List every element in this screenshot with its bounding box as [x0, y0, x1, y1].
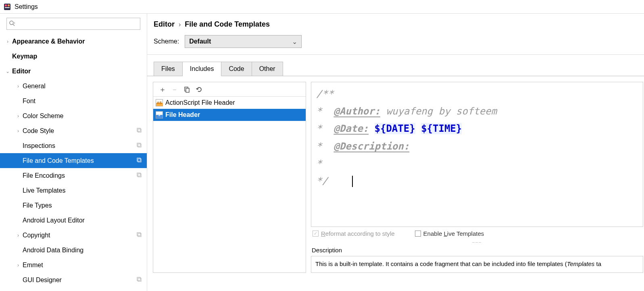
tree-item-label: Editor	[12, 68, 143, 75]
svg-rect-16	[137, 277, 140, 281]
chevron-icon: ›	[15, 113, 21, 119]
editor-options: ✓ Reformat according to style Enable Liv…	[311, 227, 643, 240]
scheme-select[interactable]: Default ⌄	[185, 35, 302, 48]
description-label: Description	[311, 244, 643, 256]
tree-item[interactable]: ›Copyright	[0, 228, 147, 243]
svg-rect-8	[137, 143, 140, 146]
code-text	[369, 123, 374, 134]
code-text: *	[316, 158, 322, 169]
breadcrumb-root[interactable]: Editor	[154, 20, 175, 29]
chevron-icon: ›	[15, 262, 21, 268]
tree-item[interactable]: Inspections	[0, 138, 147, 153]
copy-button[interactable]	[181, 84, 193, 95]
tree-item[interactable]: Keymap	[0, 49, 147, 64]
svg-rect-1	[5, 4, 7, 6]
tree-item-label: Inspections	[23, 142, 135, 150]
chevron-icon: ›	[15, 83, 21, 89]
tree-item[interactable]: Live Templates	[0, 183, 147, 198]
tab-code[interactable]: Code	[221, 62, 252, 76]
file-icon: AS	[156, 99, 163, 106]
svg-line-5	[13, 24, 15, 26]
resize-handle[interactable]: ┄┄┄	[311, 240, 643, 243]
enable-live-templates-checkbox[interactable]: Enable Live Templates	[415, 230, 484, 237]
tree-item-label: Live Templates	[23, 187, 143, 194]
tree-item-label: File and Code Templates	[23, 157, 135, 164]
window-title: Settings	[15, 3, 38, 10]
svg-rect-3	[5, 7, 10, 8]
desc-text-italic: Templates	[567, 260, 595, 267]
tree-item[interactable]: ⌄Editor	[0, 64, 147, 79]
svg-point-4	[10, 21, 13, 25]
chevron-icon: ›	[5, 39, 10, 44]
tab-other[interactable]: Other	[252, 62, 283, 76]
tree-item[interactable]: ›Color Scheme	[0, 108, 147, 123]
tree-item[interactable]: Font	[0, 94, 147, 108]
svg-rect-7	[138, 129, 141, 132]
tree-item-label: Android Layout Editor	[23, 217, 143, 224]
template-list-pane: ＋ － ASActionScript File HeaderJFile Head…	[153, 82, 306, 273]
editor-pane: /** * @Author: wuyafeng by softeem * @Da…	[311, 82, 644, 273]
tree-item-label: Keymap	[12, 53, 143, 60]
titlebar: Settings	[0, 0, 644, 14]
remove-button[interactable]: －	[169, 84, 181, 95]
app-icon	[3, 3, 11, 11]
svg-rect-17	[138, 278, 141, 281]
tree-item[interactable]: ›Emmet	[0, 258, 147, 272]
scope-icon	[135, 157, 143, 164]
svg-rect-14	[137, 233, 140, 236]
reformat-label: Reformat according to style	[321, 230, 395, 237]
code-text: */	[316, 175, 328, 187]
tree-item[interactable]: File Encodings	[0, 168, 147, 183]
chevron-icon: ⌄	[5, 69, 10, 74]
add-button[interactable]: ＋	[156, 84, 169, 95]
scope-icon	[135, 142, 143, 149]
search-icon	[9, 20, 15, 28]
tree-item-label: Android Data Binding	[23, 247, 143, 254]
tree-item-label: File Encodings	[23, 172, 135, 179]
tree-item[interactable]: Android Data Binding	[0, 243, 147, 258]
tree-item[interactable]: ›Code Style	[0, 123, 147, 138]
tree-item[interactable]: Android Layout Editor	[0, 213, 147, 228]
scheme-value: Default	[189, 38, 211, 45]
scope-icon	[135, 127, 143, 134]
desc-text: This is a built-in template. It contains…	[315, 260, 567, 267]
svg-rect-2	[8, 4, 10, 6]
tree-item[interactable]: GUI Designer	[0, 272, 147, 287]
search-input[interactable]	[6, 18, 140, 30]
code-text	[415, 123, 421, 134]
tree-item-label: Emmet	[23, 262, 143, 269]
code-text: *	[316, 123, 333, 134]
template-item-label: File Header	[165, 111, 200, 118]
tab-files[interactable]: Files	[154, 62, 183, 76]
tree-item-label: Appearance & Behavior	[12, 38, 143, 45]
template-item-label: ActionScript File Header	[165, 99, 235, 106]
checkbox-icon	[415, 231, 421, 237]
chevron-icon: ›	[15, 128, 21, 134]
scope-icon	[135, 276, 143, 283]
tree-item-label: General	[23, 83, 143, 90]
tree-item-label: Font	[23, 98, 143, 105]
tree-item[interactable]: ›General	[0, 79, 147, 94]
code-text: /**	[316, 88, 333, 100]
tree-item-label: Color Scheme	[23, 112, 143, 120]
template-list-item[interactable]: JFile Header	[153, 109, 306, 121]
tree-item-label: Code Style	[23, 127, 135, 135]
scope-icon	[135, 232, 143, 239]
settings-sidebar: ›Appearance & BehaviorKeymap⌄Editor›Gene…	[0, 14, 147, 291]
tree-item[interactable]: ›Appearance & Behavior	[0, 34, 147, 49]
checkbox-icon: ✓	[313, 231, 319, 237]
code-variable: ${TIME}	[421, 123, 462, 134]
breadcrumb-leaf: File and Code Templates	[185, 20, 270, 29]
tree-item[interactable]: File and Code Templates	[0, 153, 147, 168]
content-area: Editor › File and Code Templates Scheme:…	[147, 14, 644, 291]
template-code-editor[interactable]: /** * @Author: wuyafeng by softeem * @Da…	[311, 82, 643, 227]
tab-includes[interactable]: Includes	[183, 62, 222, 76]
sidebar-search[interactable]	[6, 18, 140, 30]
revert-button[interactable]	[193, 84, 205, 95]
code-tag: @Author:	[333, 106, 380, 117]
svg-rect-11	[138, 159, 141, 162]
tree-item[interactable]: File Types	[0, 198, 147, 213]
breadcrumb: Editor › File and Code Templates	[147, 14, 644, 33]
template-list-item[interactable]: ASActionScript File Header	[153, 97, 306, 109]
chevron-right-icon: ›	[179, 21, 181, 28]
